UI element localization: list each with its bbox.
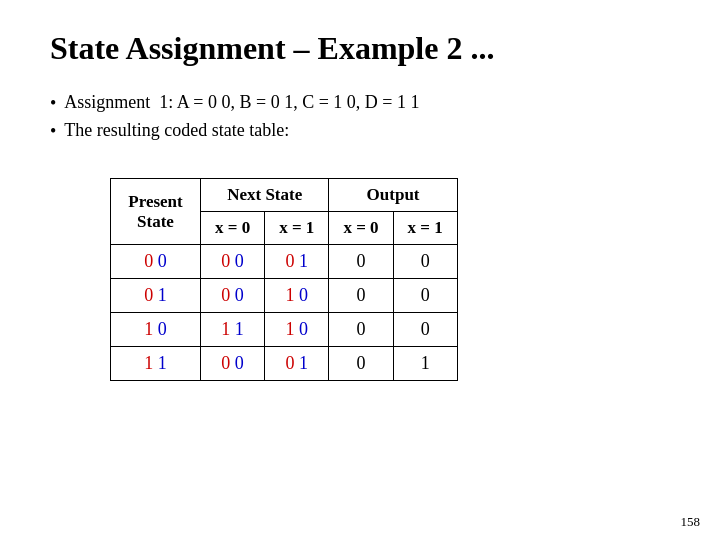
out-x1-row0: 0	[393, 245, 457, 279]
next-x1-row1: 1 0	[265, 279, 329, 313]
header-present-state: PresentState	[111, 179, 201, 245]
next-x0-row0: 0 0	[201, 245, 265, 279]
next-x1-row2: 1 0	[265, 313, 329, 347]
page-container: State Assignment – Example 2 ... • Assig…	[0, 0, 720, 540]
table-row: 1 1 0 0 0 1 0 1	[111, 347, 458, 381]
out-x0-row0: 0	[329, 245, 393, 279]
out-x0-row3: 0	[329, 347, 393, 381]
header-next-x0: x = 0	[201, 212, 265, 245]
page-number: 158	[681, 514, 701, 530]
present-01: 0 1	[111, 279, 201, 313]
bullet-1: • Assignment 1: A = 0 0, B = 0 1, C = 1 …	[50, 92, 670, 114]
header-next-state: Next State	[201, 179, 329, 212]
state-table: PresentState Next State Output x = 0 x =…	[110, 178, 458, 381]
present-10: 1 0	[111, 313, 201, 347]
header-next-x1: x = 1	[265, 212, 329, 245]
out-x0-row1: 0	[329, 279, 393, 313]
out-x1-row3: 1	[393, 347, 457, 381]
table-row: 0 0 0 0 0 1 0 0	[111, 245, 458, 279]
next-x0-row1: 0 0	[201, 279, 265, 313]
bullet-dot-2: •	[50, 121, 56, 142]
bullet-text-2: The resulting coded state table:	[64, 120, 289, 141]
header-out-x1: x = 1	[393, 212, 457, 245]
bullet-2: • The resulting coded state table:	[50, 120, 670, 142]
table-row: 0 1 0 0 1 0 0 0	[111, 279, 458, 313]
present-11: 1 1	[111, 347, 201, 381]
bullet-list: • Assignment 1: A = 0 0, B = 0 1, C = 1 …	[50, 92, 670, 148]
next-x0-row3: 0 0	[201, 347, 265, 381]
out-x0-row2: 0	[329, 313, 393, 347]
out-x1-row2: 0	[393, 313, 457, 347]
header-output: Output	[329, 179, 457, 212]
table-row: 1 0 1 1 1 0 0 0	[111, 313, 458, 347]
out-x1-row1: 0	[393, 279, 457, 313]
page-title: State Assignment – Example 2 ...	[50, 30, 670, 67]
table-header-row: PresentState Next State Output	[111, 179, 458, 212]
next-x1-row0: 0 1	[265, 245, 329, 279]
next-x1-row3: 0 1	[265, 347, 329, 381]
bullet-dot-1: •	[50, 93, 56, 114]
present-00: 0 0	[111, 245, 201, 279]
bullet-text-1: Assignment 1: A = 0 0, B = 0 1, C = 1 0,…	[64, 92, 419, 113]
header-out-x0: x = 0	[329, 212, 393, 245]
next-x0-row2: 1 1	[201, 313, 265, 347]
state-table-wrapper: PresentState Next State Output x = 0 x =…	[110, 178, 670, 381]
